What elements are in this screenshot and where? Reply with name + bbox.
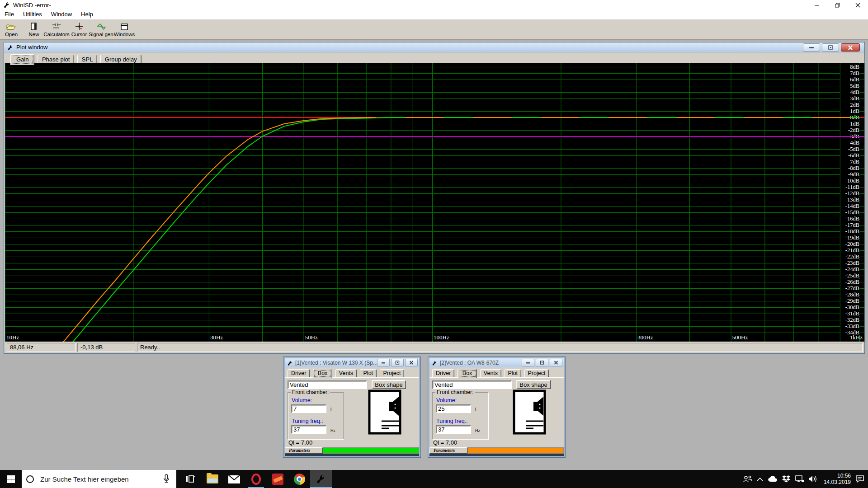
svg-text:-9dB: -9dB bbox=[848, 171, 859, 178]
restore-button[interactable] bbox=[827, 0, 848, 10]
winisd-icon bbox=[316, 474, 326, 484]
box-type-field[interactable]: Vented bbox=[288, 380, 367, 389]
taskbar: Zur Suche Text hier eingeben bbox=[0, 470, 868, 488]
calculators-button[interactable]: Calculators bbox=[45, 19, 68, 39]
open-button[interactable]: Open bbox=[0, 19, 23, 39]
volume-input[interactable]: 7 bbox=[291, 404, 326, 413]
driver1-restore-button[interactable] bbox=[391, 359, 404, 366]
menu-help[interactable]: Help bbox=[76, 10, 98, 19]
svg-text:-16dB: -16dB bbox=[845, 216, 859, 222]
driver2-restore-button[interactable] bbox=[536, 359, 548, 366]
tab-phase-plot[interactable]: Phase plot bbox=[38, 55, 74, 64]
tab-box[interactable]: Box bbox=[313, 369, 333, 378]
file-explorer-button[interactable] bbox=[202, 470, 223, 488]
window-icon bbox=[121, 22, 128, 30]
svg-text:1kHz: 1kHz bbox=[850, 334, 863, 341]
menu-window[interactable]: Window bbox=[47, 10, 76, 19]
svg-text:7dB: 7dB bbox=[850, 70, 859, 76]
svg-text:-14dB: -14dB bbox=[845, 203, 859, 209]
box-shape-button[interactable]: Box shape bbox=[372, 380, 406, 389]
plot-close-button[interactable] bbox=[841, 43, 860, 52]
hidden-icons-chevron[interactable] bbox=[757, 477, 763, 481]
time: 10:56 bbox=[824, 473, 851, 479]
photos-app-button[interactable] bbox=[267, 470, 288, 488]
plot-window-titlebar[interactable]: Plot window bbox=[4, 42, 864, 52]
opera-button[interactable] bbox=[245, 470, 267, 488]
driver-window-2: [2]Vented : OA W8-670Z Driver Box Vents … bbox=[428, 357, 565, 457]
driver2-titlebar[interactable]: [2]Vented : OA W8-670Z bbox=[429, 358, 564, 367]
network-icon[interactable] bbox=[795, 475, 804, 483]
mail-button[interactable] bbox=[223, 470, 245, 488]
plot-minimize-button[interactable] bbox=[803, 43, 820, 52]
svg-text:-13dB: -13dB bbox=[845, 197, 859, 203]
svg-text:-25dB: -25dB bbox=[845, 272, 859, 279]
dropbox-icon[interactable] bbox=[782, 475, 790, 483]
parameters-tab[interactable]: Parameters bbox=[285, 447, 323, 454]
tab-project[interactable]: Project bbox=[380, 369, 405, 377]
driver1-tab-strip: Driver Box Vents Plot Project bbox=[285, 367, 419, 378]
tuning-unit: Hz bbox=[475, 428, 480, 433]
tab-project[interactable]: Project bbox=[524, 369, 549, 377]
svg-text:-18dB: -18dB bbox=[845, 228, 859, 235]
start-button[interactable] bbox=[0, 470, 22, 488]
svg-text:1dB: 1dB bbox=[850, 108, 859, 114]
tab-plot[interactable]: Plot bbox=[360, 369, 377, 377]
volume-icon[interactable] bbox=[808, 475, 817, 483]
action-center-icon[interactable] bbox=[855, 475, 864, 483]
svg-text:6dB: 6dB bbox=[850, 76, 859, 83]
photos-app-icon bbox=[272, 474, 283, 485]
svg-text:-15dB: -15dB bbox=[845, 209, 859, 216]
status-message: Ready.. bbox=[137, 343, 863, 352]
driver1-titlebar[interactable]: [1]Vented : Visaton W 130 X (Sp... bbox=[285, 358, 419, 367]
driver-window-1: [1]Vented : Visaton W 130 X (Sp... Drive… bbox=[283, 357, 420, 457]
tab-vents[interactable]: Vents bbox=[335, 369, 357, 377]
windows-logo-icon bbox=[7, 475, 15, 483]
driver1-minimize-button[interactable] bbox=[377, 359, 390, 366]
driver1-close-button[interactable] bbox=[405, 359, 418, 366]
new-button[interactable]: New bbox=[23, 19, 45, 39]
volume-input[interactable]: 25 bbox=[436, 404, 471, 413]
microphone-icon[interactable] bbox=[163, 474, 170, 484]
svg-text:-12dB: -12dB bbox=[845, 190, 859, 197]
tab-driver[interactable]: Driver bbox=[432, 369, 454, 377]
open-folder-icon bbox=[6, 22, 16, 30]
tab-group-delay[interactable]: Group delay bbox=[100, 55, 142, 64]
tab-plot[interactable]: Plot bbox=[505, 369, 522, 377]
winisd-taskbar-button[interactable] bbox=[310, 470, 332, 488]
cursor-button[interactable]: Cursor bbox=[68, 19, 90, 39]
signal-gen-button[interactable]: Signal gen. bbox=[90, 19, 113, 39]
tab-vents[interactable]: Vents bbox=[480, 369, 501, 377]
driver2-minimize-button[interactable] bbox=[522, 359, 534, 366]
close-button[interactable] bbox=[848, 0, 868, 10]
toolbar: Open New Calculators Cursor Signal gen. … bbox=[0, 19, 868, 40]
clock[interactable]: 10:56 14.03.2019 bbox=[824, 473, 851, 485]
task-view-button[interactable] bbox=[180, 470, 202, 488]
tab-driver[interactable]: Driver bbox=[288, 369, 310, 377]
driver2-close-button[interactable] bbox=[550, 359, 562, 366]
minimize-button[interactable] bbox=[807, 0, 827, 10]
chrome-button[interactable] bbox=[288, 470, 310, 488]
box-shape-button[interactable]: Box shape bbox=[516, 380, 551, 389]
gain-plot-area[interactable]: 8dB7dB6dB5dB4dB3dB2dB1dB0dB-1dB-2dB-3dB-… bbox=[5, 63, 864, 342]
volume-label: Volume: bbox=[436, 397, 457, 404]
parameters-tab[interactable]: Parameters bbox=[429, 447, 467, 454]
onedrive-icon[interactable] bbox=[768, 476, 778, 482]
people-icon[interactable] bbox=[743, 475, 752, 483]
plot-restore-button[interactable] bbox=[822, 43, 839, 52]
tuning-freq-input[interactable]: 37 bbox=[291, 425, 326, 434]
box-type-field[interactable]: Vented bbox=[432, 380, 512, 389]
winisd-window-icon bbox=[7, 44, 14, 51]
menu-utilities[interactable]: Utilities bbox=[19, 10, 47, 19]
tab-spl[interactable]: SPL bbox=[77, 55, 98, 64]
tab-gain[interactable]: Gain bbox=[10, 54, 34, 65]
menu-file[interactable]: File bbox=[0, 10, 19, 19]
windows-button[interactable]: Windows bbox=[113, 19, 136, 39]
tuning-freq-input[interactable]: 37 bbox=[436, 425, 471, 434]
mail-icon bbox=[228, 475, 240, 483]
search-box[interactable]: Zur Suche Text hier eingeben bbox=[22, 470, 176, 488]
winisd-app-icon bbox=[3, 1, 10, 9]
svg-text:-24dB: -24dB bbox=[845, 266, 859, 272]
svg-text:-22dB: -22dB bbox=[845, 253, 859, 260]
desktop: WinISD -error- File Utilities Window Hel… bbox=[0, 0, 868, 488]
tab-box[interactable]: Box bbox=[458, 369, 477, 378]
